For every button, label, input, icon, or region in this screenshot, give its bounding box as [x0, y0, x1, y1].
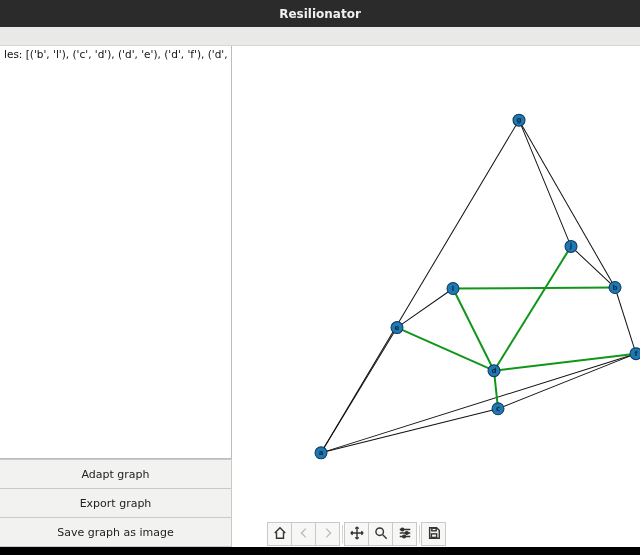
back-icon [297, 525, 311, 544]
export-graph-button[interactable]: Export graph [0, 489, 232, 518]
svg-point-16 [375, 527, 383, 535]
graph-node-label: e [395, 324, 400, 332]
svg-line-12 [397, 328, 494, 371]
plot-toolbar [232, 521, 640, 547]
svg-line-3 [571, 246, 615, 287]
zoom-icon [374, 525, 388, 544]
svg-line-6 [321, 328, 397, 453]
adapt-graph-button[interactable]: Adapt graph [0, 459, 232, 489]
pan-icon [350, 525, 364, 544]
svg-line-10 [453, 288, 615, 289]
svg-point-18 [405, 531, 408, 534]
window-title: Resilionator [279, 7, 361, 21]
graph-node-label: d [491, 367, 496, 375]
graph-node-label: a [319, 449, 324, 457]
menu-bar [0, 27, 640, 46]
left-panel: les: [('b', 'l'), ('c', 'd'), ('d', 'e')… [0, 46, 232, 547]
graph-node-label: j [569, 242, 572, 250]
save-graph-image-button[interactable]: Save graph as image [0, 518, 232, 547]
forward-button[interactable] [315, 522, 340, 546]
svg-point-17 [400, 528, 403, 531]
graph-node-label: l [452, 285, 454, 293]
graph-node-label: b [612, 284, 617, 292]
svg-line-5 [321, 409, 498, 453]
configure-icon [398, 525, 412, 544]
forward-icon [321, 525, 335, 544]
home-icon [273, 525, 287, 544]
graph-node-label: g [516, 116, 521, 124]
zoom-button[interactable] [368, 522, 393, 546]
toolbar-separator [342, 525, 343, 543]
svg-line-15 [494, 246, 571, 370]
svg-line-7 [321, 354, 636, 453]
back-button[interactable] [291, 522, 316, 546]
svg-point-19 [402, 535, 405, 538]
svg-line-9 [397, 289, 453, 328]
svg-rect-21 [431, 528, 435, 531]
graph-panel: gjblefdca [232, 46, 640, 547]
title-bar: Resilionator [0, 0, 640, 27]
configure-subplots-button[interactable] [392, 522, 417, 546]
svg-line-2 [519, 120, 615, 287]
svg-line-1 [519, 120, 571, 246]
save-figure-button[interactable] [421, 522, 446, 546]
svg-line-14 [453, 289, 494, 371]
graph-canvas[interactable]: gjblefdca [232, 46, 640, 521]
save-icon [427, 525, 441, 544]
pan-button[interactable] [344, 522, 369, 546]
home-button[interactable] [267, 522, 292, 546]
graph-node-label: c [496, 405, 500, 413]
svg-rect-20 [431, 533, 436, 537]
toolbar-separator [419, 525, 420, 543]
graph-info-text: les: [('b', 'l'), ('c', 'd'), ('d', 'e')… [0, 46, 232, 459]
svg-line-4 [615, 288, 636, 354]
